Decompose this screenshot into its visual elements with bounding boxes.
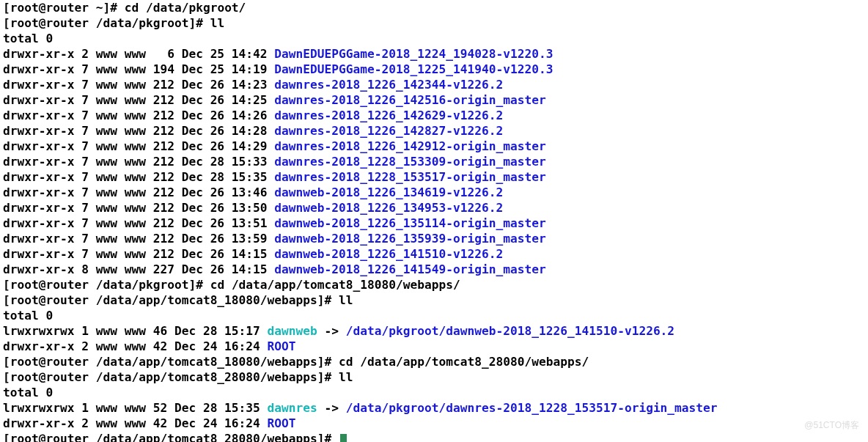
file-attrs: drwxr-xr-x 7 www www 212 Dec 26 14:23 [3,78,274,92]
shell-prompt: [root@router /data/app/tomcat8_28080/web… [3,370,339,384]
directory-name: ROOT [268,416,296,430]
directory-name: dawnweb-2018_1226_141549-origin_master [274,262,545,276]
terminal-line: [root@router ~]# cd /data/pkgroot/ [3,0,865,15]
file-attrs: lrwxrwxrwx 1 www www 52 Dec 28 15:35 [3,401,268,415]
file-attrs: drwxr-xr-x 7 www www 194 Dec 25 14:19 [3,62,274,76]
terminal-line: drwxr-xr-x 7 www www 212 Dec 26 14:28 da… [3,123,865,139]
terminal-line: drwxr-xr-x 7 www www 194 Dec 25 14:19 Da… [3,62,865,77]
directory-name: dawnweb-2018_1226_141510-v1226.2 [274,247,503,261]
shell-prompt: [root@router /data/pkgroot]# [3,278,210,292]
shell-command: ll [339,370,353,384]
directory-name: dawnres-2018_1226_142344-v1226.2 [274,78,503,92]
terminal-output[interactable]: [root@router ~]# cd /data/pkgroot/[root@… [0,0,868,442]
directory-name: dawnres-2018_1226_142912-origin_master [274,139,545,153]
terminal-line: drwxr-xr-x 7 www www 212 Dec 28 15:35 da… [3,169,865,185]
shell-prompt: [root@router /data/app/tomcat8_18080/web… [3,293,339,307]
symlink-name: dawnres [268,401,317,415]
file-attrs: drwxr-xr-x 7 www www 212 Dec 26 13:51 [3,216,274,230]
terminal-line: drwxr-xr-x 7 www www 212 Dec 26 13:46 da… [3,185,865,200]
directory-name: dawnres-2018_1226_142516-origin_master [274,93,545,107]
file-attrs: drwxr-xr-x 8 www www 227 Dec 26 14:15 [3,262,274,276]
terminal-line: drwxr-xr-x 7 www www 212 Dec 26 14:26 da… [3,108,865,123]
directory-name: dawnres-2018_1228_153309-origin_master [274,155,545,169]
terminal-line: drwxr-xr-x 8 www www 227 Dec 26 14:15 da… [3,262,865,277]
terminal-line: drwxr-xr-x 7 www www 212 Dec 26 13:50 da… [3,200,865,216]
output-text: total 0 [3,386,53,399]
terminal-line: [root@router /data/pkgroot]# cd /data/ap… [3,277,865,292]
terminal-line: drwxr-xr-x 2 www www 42 Dec 24 16:24 ROO… [3,416,865,431]
directory-name: DawnEDUEPGGame-2018_1224_194028-v1220.3 [274,47,553,61]
file-attrs: drwxr-xr-x 7 www www 212 Dec 26 13:59 [3,232,274,246]
terminal-line: drwxr-xr-x 7 www www 212 Dec 26 14:29 da… [3,139,865,154]
file-attrs: drwxr-xr-x 7 www www 212 Dec 26 14:29 [3,139,274,153]
directory-name: dawnweb-2018_1226_134619-v1226.2 [274,185,503,199]
shell-command: cd /data/app/tomcat8_28080/webapps/ [339,355,589,369]
terminal-line: total 0 [3,308,865,323]
directory-name: dawnres-2018_1226_142827-v1226.2 [274,124,503,138]
directory-name: dawnweb-2018_1226_135114-origin_master [274,216,545,230]
terminal-line: lrwxrwxrwx 1 www www 52 Dec 28 15:35 daw… [3,400,865,416]
symlink-target: /data/pkgroot/dawnweb-2018_1226_141510-v… [346,324,674,338]
terminal-line: drwxr-xr-x 7 www www 212 Dec 26 14:15 da… [3,246,865,262]
terminal-line: drwxr-xr-x 7 www www 212 Dec 26 14:25 da… [3,92,865,108]
terminal-line: [root@router /data/app/tomcat8_18080/web… [3,354,865,369]
terminal-line: drwxr-xr-x 7 www www 212 Dec 26 13:51 da… [3,216,865,231]
shell-command: ll [210,16,225,30]
file-attrs: drwxr-xr-x 7 www www 212 Dec 26 14:25 [3,93,274,107]
terminal-line: drwxr-xr-x 2 www www 42 Dec 24 16:24 ROO… [3,339,865,354]
shell-prompt: [root@router /data/app/tomcat8_28080/web… [3,432,339,442]
file-attrs: drwxr-xr-x 2 www www 6 Dec 25 14:42 [3,47,274,61]
terminal-line: total 0 [3,31,865,46]
directory-name: DawnEDUEPGGame-2018_1225_141940-v1220.3 [274,62,553,76]
shell-command: cd /data/app/tomcat8_18080/webapps/ [210,278,460,292]
file-attrs: drwxr-xr-x 7 www www 212 Dec 26 13:46 [3,185,274,199]
symlink-name: dawnweb [268,324,317,338]
file-attrs: drwxr-xr-x 7 www www 212 Dec 26 14:26 [3,108,274,122]
file-attrs: drwxr-xr-x 2 www www 42 Dec 24 16:24 [3,416,268,430]
directory-name: ROOT [268,339,296,353]
terminal-line: [root@router /data/app/tomcat8_28080/web… [3,431,865,442]
file-attrs: drwxr-xr-x 7 www www 212 Dec 26 14:15 [3,247,274,261]
terminal-line: [root@router /data/app/tomcat8_28080/web… [3,369,865,385]
terminal-line: [root@router /data/app/tomcat8_18080/web… [3,292,865,308]
terminal-line: lrwxrwxrwx 1 www www 46 Dec 28 15:17 daw… [3,323,865,339]
file-attrs: drwxr-xr-x 7 www www 212 Dec 28 15:33 [3,155,274,169]
shell-prompt: [root@router /data/app/tomcat8_18080/web… [3,355,339,369]
directory-name: dawnweb-2018_1226_134953-v1226.2 [274,201,503,215]
file-attrs: drwxr-xr-x 2 www www 42 Dec 24 16:24 [3,339,268,353]
shell-command: cd /data/pkgroot/ [125,1,246,15]
terminal-line: drwxr-xr-x 7 www www 212 Dec 26 13:59 da… [3,231,865,246]
file-attrs: drwxr-xr-x 7 www www 212 Dec 28 15:35 [3,170,274,184]
terminal-line: [root@router /data/pkgroot]# ll [3,15,865,31]
cursor-icon [340,434,347,442]
output-text: total 0 [3,32,53,45]
directory-name: dawnweb-2018_1226_135939-origin_master [274,232,545,246]
arrow-icon: -> [317,401,346,415]
terminal-line: drwxr-xr-x 7 www www 212 Dec 26 14:23 da… [3,77,865,92]
terminal-line: total 0 [3,385,865,400]
terminal-line: drwxr-xr-x 7 www www 212 Dec 28 15:33 da… [3,154,865,169]
file-attrs: lrwxrwxrwx 1 www www 46 Dec 28 15:17 [3,324,268,338]
shell-prompt: [root@router /data/pkgroot]# [3,16,210,30]
symlink-target: /data/pkgroot/dawnres-2018_1228_153517-o… [346,401,718,415]
directory-name: dawnres-2018_1228_153517-origin_master [274,170,545,184]
output-text: total 0 [3,309,53,323]
terminal-line: drwxr-xr-x 2 www www 6 Dec 25 14:42 Dawn… [3,46,865,62]
directory-name: dawnres-2018_1226_142629-v1226.2 [274,108,503,122]
arrow-icon: -> [317,324,346,338]
shell-prompt: [root@router ~]# [3,1,125,15]
shell-command: ll [339,293,353,307]
file-attrs: drwxr-xr-x 7 www www 212 Dec 26 14:28 [3,124,274,138]
file-attrs: drwxr-xr-x 7 www www 212 Dec 26 13:50 [3,201,274,215]
